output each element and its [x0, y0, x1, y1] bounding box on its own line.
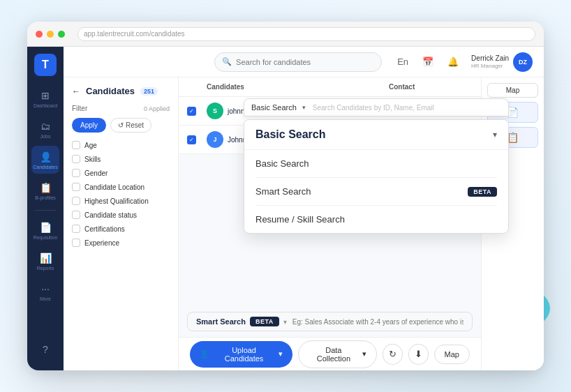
- dropdown-item-resume-search[interactable]: Resume / Skill Search: [244, 206, 508, 233]
- smart-search-left: Smart Search BETA ▾: [196, 317, 287, 326]
- upload-chevron-icon: ▾: [279, 349, 283, 359]
- page-title-row: ← Candidates 251: [72, 86, 170, 96]
- data-collection-button[interactable]: Data Collection ▾: [298, 340, 377, 368]
- filter-checkbox-gender[interactable]: [72, 169, 80, 177]
- row-check-1[interactable]: ✓: [187, 107, 201, 116]
- refresh-button[interactable]: ↻: [383, 344, 403, 365]
- sidebar-item-requisition[interactable]: 📄 Requisition: [31, 216, 59, 244]
- sidebar-divider: [35, 210, 56, 211]
- col-contact-header: Contact: [389, 83, 473, 91]
- filter-label: Filter: [72, 105, 87, 112]
- search-icon: 🔍: [222, 57, 232, 66]
- browser-dot-close[interactable]: [36, 31, 43, 38]
- filter-checkbox-status[interactable]: [72, 211, 80, 219]
- browser-url-bar: app.talentrecruit.com/candidates: [77, 27, 535, 41]
- dropdown-chevron-icon[interactable]: ▾: [493, 130, 497, 140]
- refresh-icon: ↻: [389, 349, 396, 359]
- dashboard-icon: ⊞: [39, 89, 52, 102]
- search-dropdown-panel: Basic Search ▾ Basic Search Smart Search…: [244, 119, 509, 234]
- search-type-placeholder: Search Candidates by ID, Name, Email: [313, 104, 434, 112]
- checkbox-2[interactable]: ✓: [187, 135, 196, 144]
- smart-search-label: Smart Search: [196, 317, 246, 326]
- requisition-icon: 📄: [39, 221, 52, 234]
- notifications-icon-btn[interactable]: 🔔: [443, 52, 463, 72]
- filter-item-certifications[interactable]: Certifications: [72, 225, 170, 233]
- applied-count: 0 Applied: [144, 105, 170, 112]
- filter-item-skills[interactable]: Skills: [72, 155, 170, 163]
- search-dropdown-container: Basic Search ▾ Search Candidates by ID, …: [244, 98, 509, 234]
- reset-icon: ↺: [118, 121, 124, 129]
- smart-search-bar: Smart Search BETA ▾: [187, 312, 473, 331]
- search-type-chevron-icon: ▾: [302, 104, 306, 111]
- sidebar-item-bprofiles[interactable]: 📋 B-profiles: [31, 176, 59, 204]
- browser-window: app.talentrecruit.com/candidates T ⊞ Das…: [27, 22, 544, 370]
- upload-icon: 👤: [200, 349, 209, 359]
- sidebar-logo: T: [34, 54, 57, 76]
- filter-item-location[interactable]: Candidate Location: [72, 183, 170, 191]
- filter-item-experience[interactable]: Experience: [72, 239, 170, 247]
- filter-checkbox-certifications[interactable]: [72, 225, 80, 233]
- global-search-bar[interactable]: 🔍: [214, 52, 382, 72]
- map-button-right[interactable]: Map: [487, 83, 538, 98]
- calendar-icon-btn[interactable]: 📅: [418, 52, 438, 72]
- filter-checkbox-skills[interactable]: [72, 155, 80, 163]
- candidate-avatar-2: J: [207, 131, 223, 148]
- candidate-avatar-1: S: [207, 103, 223, 119]
- dropdown-header: Basic Search ▾: [244, 120, 508, 150]
- upload-candidates-button[interactable]: 👤 Upload Candidates ▾: [190, 341, 292, 368]
- sidebar-item-candidates[interactable]: 👤 Candidates: [31, 146, 59, 174]
- filter-item-status[interactable]: Candidate status: [72, 211, 170, 219]
- search-type-label: Basic Search: [251, 103, 297, 112]
- col-check-header: [187, 83, 201, 91]
- bprofiles-icon: 📋: [39, 181, 52, 194]
- smart-search-beta-badge-dropdown: BETA: [468, 187, 497, 197]
- data-chevron-icon: ▾: [362, 349, 366, 359]
- candidates-icon: 👤: [39, 151, 52, 163]
- sidebar-item-dashboard[interactable]: ⊞ Dashboard: [31, 84, 59, 112]
- dropdown-item-smart-search[interactable]: Smart Search BETA: [244, 178, 508, 205]
- help-icon: ?: [39, 343, 52, 356]
- language-btn[interactable]: En: [393, 52, 413, 72]
- back-arrow[interactable]: ←: [72, 86, 80, 96]
- map-button-bottom[interactable]: Map: [434, 345, 470, 364]
- smart-search-input[interactable]: [292, 318, 464, 326]
- filter-item-gender[interactable]: Gender: [72, 169, 170, 177]
- candidate-count-badge: 251: [140, 87, 158, 96]
- filter-checkbox-experience[interactable]: [72, 239, 80, 247]
- table-header: Candidates Contact: [179, 77, 481, 97]
- browser-dot-minimize[interactable]: [47, 31, 54, 38]
- apply-filter-button[interactable]: Apply: [72, 118, 106, 133]
- sidebar-bottom: ?: [31, 336, 59, 363]
- browser-dot-maximize[interactable]: [58, 31, 65, 38]
- smart-search-chevron[interactable]: ▾: [283, 318, 287, 326]
- filter-item-qualification[interactable]: Highest Qualification: [72, 197, 170, 205]
- sidebar: T ⊞ Dashboard 🗂 Jobs 👤 Candidates 📋 B-pr…: [27, 47, 64, 370]
- filter-checkbox-qualification[interactable]: [72, 197, 80, 205]
- download-button[interactable]: ⬇: [408, 344, 429, 365]
- user-avatar[interactable]: DZ: [513, 52, 533, 72]
- sidebar-item-reports[interactable]: 📊 Reports: [31, 247, 59, 275]
- filter-checkbox-age[interactable]: [72, 141, 80, 149]
- bottom-bar: 👤 Upload Candidates ▾ Data Collection ▾ …: [179, 337, 481, 370]
- header-icons: En 📅 🔔: [393, 52, 463, 72]
- page-title: Candidates: [86, 86, 135, 96]
- filter-buttons: Apply ↺ Reset: [72, 118, 170, 133]
- dropdown-item-basic-search[interactable]: Basic Search: [244, 150, 508, 177]
- filter-checkbox-location[interactable]: [72, 183, 80, 191]
- reset-filter-button[interactable]: ↺ Reset: [110, 118, 151, 133]
- sidebar-item-jobs[interactable]: 🗂 Jobs: [31, 115, 59, 143]
- global-search-input[interactable]: [236, 58, 374, 66]
- col-name-header: Candidates: [207, 83, 383, 91]
- more-icon: ···: [39, 282, 52, 295]
- checkbox-1[interactable]: ✓: [187, 107, 196, 116]
- search-type-bar[interactable]: Basic Search ▾ Search Candidates by ID, …: [244, 98, 509, 116]
- row-check-2[interactable]: ✓: [187, 135, 201, 144]
- reports-icon: 📊: [39, 252, 52, 264]
- filter-items: Age Skills Gender Candidate Locatio: [72, 141, 170, 247]
- sidebar-item-more[interactable]: ··· More: [31, 278, 59, 306]
- dropdown-title: Basic Search: [255, 128, 326, 141]
- smart-search-beta-badge: BETA: [250, 317, 279, 326]
- sidebar-item-help[interactable]: ?: [31, 336, 59, 363]
- download-icon: ⬇: [415, 349, 422, 359]
- filter-item-age[interactable]: Age: [72, 141, 170, 149]
